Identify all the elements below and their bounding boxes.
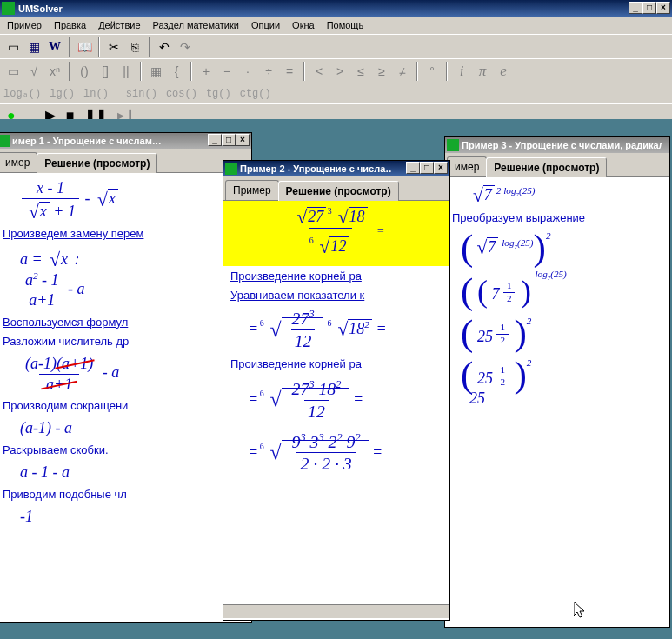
wiki-icon[interactable]: W: [45, 37, 64, 57]
pi-icon[interactable]: π: [473, 62, 492, 81]
mouse-cursor: [574, 602, 589, 621]
solution-pane-2: 27 318 612 = Произведение корней ра Урав…: [223, 201, 449, 620]
maximize-button[interactable]: □: [642, 2, 656, 14]
step-text: Произведем замену перем: [3, 227, 244, 241]
min-button[interactable]: _: [208, 134, 222, 146]
menu-help[interactable]: Помощь: [322, 18, 369, 32]
grid-icon[interactable]: ▦: [24, 37, 43, 57]
window-titlebar: UMSolver _ □ ×: [0, 0, 672, 17]
doc-icon: [225, 163, 237, 175]
eq-icon[interactable]: =: [280, 62, 299, 81]
abs-icon[interactable]: ||: [116, 62, 136, 81]
close-button[interactable]: ×: [434, 162, 448, 174]
separator: [416, 62, 418, 81]
toolbar-main: ▭ ▦ W 📖 ✂ ⎘ ↶ ↷: [0, 34, 672, 58]
svg-marker-0: [574, 602, 584, 617]
fn-lg[interactable]: lg(): [50, 88, 75, 100]
mult-icon[interactable]: ·: [238, 62, 257, 81]
menu-edit[interactable]: Правка: [49, 18, 91, 32]
ne-icon[interactable]: ≠: [393, 62, 412, 81]
new-icon[interactable]: ▭: [3, 37, 23, 57]
separator: [98, 37, 100, 57]
tab-example-3[interactable]: имер: [447, 156, 487, 176]
toolbar-functions: logₐ() lg() ln() sin() cos() tg() ctg(): [0, 83, 672, 103]
plus-icon[interactable]: +: [196, 62, 216, 81]
step-text: Уравниваем показатели к: [230, 289, 442, 303]
le-icon[interactable]: ≤: [351, 62, 370, 81]
mdi-window-3[interactable]: Пример 3 - Упрощение с числами, радикала…: [444, 136, 670, 628]
menubar: Пример Правка Действие Раздел математики…: [0, 17, 672, 34]
menu-example[interactable]: Пример: [2, 18, 47, 32]
scrollbar-bottom[interactable]: [223, 604, 449, 618]
mdi-desktop: имер 1 - Упрощение с числами, рад… _ □ ×…: [0, 119, 672, 639]
separator: [140, 62, 142, 81]
fn-ctg[interactable]: ctg(): [240, 88, 271, 100]
min-button[interactable]: _: [406, 162, 420, 174]
close-button[interactable]: ×: [656, 2, 670, 14]
copy-icon[interactable]: ⎘: [125, 37, 144, 57]
mdi-title-2[interactable]: Пример 2 - Упрощение с числа… _ □ ×: [223, 161, 449, 176]
tab-solution-2[interactable]: Решение (просмотр): [278, 181, 399, 201]
minus-icon[interactable]: −: [217, 62, 236, 81]
toolbar-symbols: ▭ √ xⁿ () [] || ▦ { + − · ÷ = < > ≤ ≥ ≠ …: [0, 58, 672, 83]
fn-ln[interactable]: ln(): [83, 88, 109, 100]
tabs-3: имер Решение (просмотр): [445, 153, 669, 177]
menu-math[interactable]: Раздел математики: [148, 18, 244, 32]
mdi-title-1-text: имер 1 - Упрощение с числами, рад…: [12, 136, 164, 146]
redo-icon[interactable]: ↷: [176, 37, 195, 57]
ge-icon[interactable]: ≥: [372, 62, 391, 81]
lt-icon[interactable]: <: [309, 62, 329, 81]
separator: [69, 62, 70, 81]
mdi-title-3[interactable]: Пример 3 - Упрощение с числами, радикала: [445, 137, 669, 153]
app-title: UMSolver: [18, 3, 63, 14]
doc-icon: [0, 135, 10, 147]
frac-icon[interactable]: ▭: [3, 62, 23, 81]
fn-loga[interactable]: logₐ(): [3, 87, 41, 100]
e-icon[interactable]: e: [494, 62, 513, 81]
app-icon: [2, 2, 15, 15]
step-text: Приводим подобные чл: [3, 488, 244, 502]
tab-example-1[interactable]: имер: [0, 152, 37, 172]
power-icon[interactable]: xⁿ: [45, 62, 64, 81]
step-text: Произведение корней ра: [230, 270, 442, 283]
mdi-window-1[interactable]: имер 1 - Упрощение с числами, рад… _ □ ×…: [0, 132, 252, 623]
mdi-title-2-text: Пример 2 - Упрощение с числа…: [240, 163, 392, 174]
degree-icon[interactable]: °: [422, 62, 442, 81]
cut-icon[interactable]: ✂: [104, 37, 123, 57]
fn-sin[interactable]: sin(): [126, 88, 157, 100]
undo-icon[interactable]: ↶: [155, 37, 174, 57]
mdi-window-2[interactable]: Пример 2 - Упрощение с числа… _ □ × Прим…: [223, 160, 450, 621]
fn-cos[interactable]: cos(): [166, 88, 197, 100]
sqrt-icon[interactable]: √: [24, 62, 43, 81]
menu-action[interactable]: Действие: [93, 18, 145, 32]
separator: [446, 62, 448, 81]
max-button[interactable]: □: [420, 162, 434, 174]
minimize-button[interactable]: _: [629, 2, 642, 14]
matrix-icon[interactable]: ▦: [146, 62, 165, 81]
max-button[interactable]: □: [222, 134, 236, 146]
separator: [69, 37, 70, 57]
separator: [149, 37, 150, 57]
step-text: Произведение корней ра: [230, 357, 442, 371]
book-icon[interactable]: 📖: [75, 37, 94, 57]
close-button[interactable]: ×: [236, 134, 250, 146]
paren-icon[interactable]: (): [75, 62, 94, 81]
solution-pane-3: 72 log7(25) Преобразуем выражение (7log7…: [445, 177, 669, 627]
system-icon[interactable]: {: [167, 62, 186, 81]
mdi-title-1[interactable]: имер 1 - Упрощение с числами, рад… _ □ ×: [0, 133, 251, 149]
step-text: Воспользуемся формул: [3, 316, 244, 329]
i-icon[interactable]: i: [452, 62, 471, 81]
gt-icon[interactable]: >: [330, 62, 349, 81]
doc-icon: [447, 139, 459, 151]
step-text: Раскрываем скобки.: [3, 443, 244, 457]
fn-tg[interactable]: tg(): [206, 88, 231, 100]
tab-solution-1[interactable]: Решение (просмотр): [37, 153, 157, 173]
bracket-icon[interactable]: []: [96, 62, 115, 81]
menu-options[interactable]: Опции: [246, 18, 285, 32]
menu-windows[interactable]: Окна: [287, 18, 320, 32]
tab-solution-3[interactable]: Решение (просмотр): [486, 157, 607, 177]
tab-example-2[interactable]: Пример: [225, 180, 279, 200]
div-icon[interactable]: ÷: [259, 62, 278, 81]
separator: [190, 62, 192, 81]
highlighted-expression: 27 318 612 =: [223, 201, 449, 266]
